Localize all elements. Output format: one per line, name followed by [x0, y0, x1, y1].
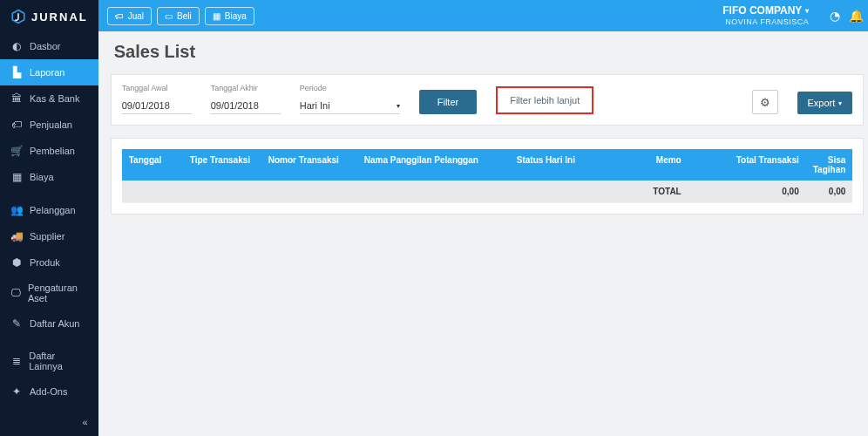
table-total-row: TOTAL 0,00 0,00	[122, 181, 853, 203]
col-memo[interactable]: Memo	[601, 149, 688, 181]
collapse-sidebar-button[interactable]: «	[0, 412, 98, 436]
nav-label: Laporan	[30, 67, 64, 78]
sidebar-item-kas-bank[interactable]: 🏛Kas & Bank	[0, 85, 98, 112]
nav-label: Biaya	[30, 172, 54, 182]
tag-icon: 🏷	[115, 11, 124, 21]
sidebar-item-pelanggan[interactable]: 👥Pelanggan	[0, 197, 98, 223]
btn-label: Biaya	[225, 11, 247, 21]
filter-more-highlight: Filter lebih lanjut	[496, 86, 593, 114]
users-icon: 👥	[10, 204, 23, 216]
filter-button[interactable]: Filter	[419, 90, 477, 114]
company-name: FIFO COMPANY	[722, 4, 802, 17]
nav-label: Produk	[30, 257, 60, 268]
col-nomor[interactable]: Nomor Transaksi	[261, 149, 357, 181]
period-value: Hari Ini	[300, 100, 330, 111]
product-icon: ⬢	[10, 256, 23, 269]
tag-icon: 🏷	[10, 119, 23, 131]
user-name: NOVINA FRANSISCA	[722, 17, 809, 27]
expense-icon: ▦	[213, 11, 220, 21]
sidebar-item-pengaturan-aset[interactable]: 🖵Pengaturan Aset	[0, 276, 98, 310]
report-icon: ▙	[10, 66, 23, 78]
sidebar-item-laporan[interactable]: ▙Laporan	[0, 59, 98, 85]
sidebar-item-penjualan[interactable]: 🏷Penjualan	[0, 112, 98, 138]
sidebar-item-daftar-lainnya[interactable]: ≣Daftar Lainnya	[0, 344, 98, 378]
sidebar-item-addons[interactable]: ✦Add-Ons	[0, 378, 98, 405]
export-label: Export	[808, 98, 836, 108]
period-select[interactable]: Hari Ini▾	[300, 98, 400, 114]
nav-label: Daftar Lainnya	[29, 351, 88, 371]
start-date-input[interactable]	[122, 98, 192, 114]
settings-button[interactable]: ⚙	[752, 90, 778, 114]
filter-more-link[interactable]: Filter lebih lanjut	[499, 90, 590, 111]
nav-label: Daftar Akun	[30, 318, 79, 329]
btn-label: Beli	[177, 11, 192, 21]
cart-icon: 🛒	[10, 145, 23, 157]
nav-label: Pelanggan	[30, 205, 76, 215]
sidebar-item-dasbor[interactable]: ◐Dasbor	[0, 33, 98, 59]
end-date-label: Tanggal Akhir	[211, 84, 281, 92]
total-label: TOTAL	[601, 181, 688, 202]
results-table-card: Tanggal Tipe Transaksi Nomor Transaksi N…	[111, 138, 865, 215]
asset-icon: 🖵	[10, 287, 21, 299]
col-tipe[interactable]: Tipe Transaksi	[183, 149, 261, 181]
brand-logo[interactable]: JURNAL	[0, 0, 98, 33]
nav-label: Pembelian	[30, 146, 75, 156]
notifications-button[interactable]: 🔔	[849, 9, 864, 23]
history-button[interactable]: ◔	[830, 9, 840, 23]
pencil-icon: ✎	[10, 317, 23, 330]
col-tanggal[interactable]: Tanggal	[122, 149, 183, 181]
expense-icon: ▦	[10, 171, 23, 183]
col-nama[interactable]: Nama Panggilan Pelanggan	[357, 149, 510, 181]
nav: ◐Dasbor ▙Laporan 🏛Kas & Bank 🏷Penjualan …	[0, 33, 98, 412]
bank-icon: 🏛	[10, 92, 23, 105]
top-biaya-button[interactable]: ▦Biaya	[205, 7, 254, 25]
filter-bar: Tanggal Awal Tanggal Akhir Periode Hari …	[111, 74, 865, 126]
sidebar-item-settings[interactable]: ⚙Settings	[0, 405, 98, 412]
logo-icon	[10, 9, 26, 24]
nav-label: Dasbor	[30, 41, 60, 51]
sidebar-item-biaya[interactable]: ▦Biaya	[0, 164, 98, 190]
col-sisa[interactable]: Sisa Tagihan	[806, 149, 853, 181]
end-date-input[interactable]	[211, 98, 281, 114]
period-label: Periode	[300, 84, 400, 92]
nav-label: Kas & Bank	[30, 93, 79, 104]
company-switcher[interactable]: FIFO COMPANY▾ NOVINA FRANSISCA	[722, 4, 809, 26]
start-date-label: Tanggal Awal	[122, 84, 192, 92]
export-button[interactable]: Export▾	[797, 92, 853, 114]
dashboard-icon: ◐	[10, 40, 23, 52]
page-title: Sales List	[111, 42, 865, 62]
nav-label: Supplier	[30, 231, 64, 242]
top-jual-button[interactable]: 🏷Jual	[107, 7, 152, 25]
topbar: 🏷Jual ▭Beli ▦Biaya FIFO COMPANY▾ NOVINA …	[98, 0, 868, 31]
chevron-down-icon: ▾	[805, 7, 809, 16]
brand-text: JURNAL	[31, 10, 88, 24]
chevron-down-icon: ▾	[838, 99, 842, 107]
sidebar-item-produk[interactable]: ⬢Produk	[0, 249, 98, 276]
nav-label: Add-Ons	[30, 386, 67, 397]
card-icon: ▭	[165, 11, 173, 21]
col-total[interactable]: Total Transaksi	[688, 149, 806, 181]
total-sisa: 0,00	[806, 181, 853, 202]
nav-label: Pengaturan Aset	[28, 283, 88, 303]
list-icon: ≣	[10, 355, 22, 367]
truck-icon: 🚚	[10, 230, 23, 242]
nav-label: Penjualan	[30, 119, 72, 130]
col-status[interactable]: Status Hari Ini	[510, 149, 601, 181]
puzzle-icon: ✦	[10, 385, 23, 398]
btn-label: Jual	[128, 11, 144, 21]
sidebar-item-supplier[interactable]: 🚚Supplier	[0, 223, 98, 249]
sidebar-item-pembelian[interactable]: 🛒Pembelian	[0, 138, 98, 164]
chevron-down-icon: ▾	[397, 102, 400, 110]
sidebar-item-daftar-akun[interactable]: ✎Daftar Akun	[0, 310, 98, 337]
top-beli-button[interactable]: ▭Beli	[157, 7, 200, 25]
total-transaksi: 0,00	[688, 181, 806, 202]
table-header: Tanggal Tipe Transaksi Nomor Transaksi N…	[122, 149, 853, 181]
sidebar: JURNAL ◐Dasbor ▙Laporan 🏛Kas & Bank 🏷Pen…	[0, 0, 98, 436]
